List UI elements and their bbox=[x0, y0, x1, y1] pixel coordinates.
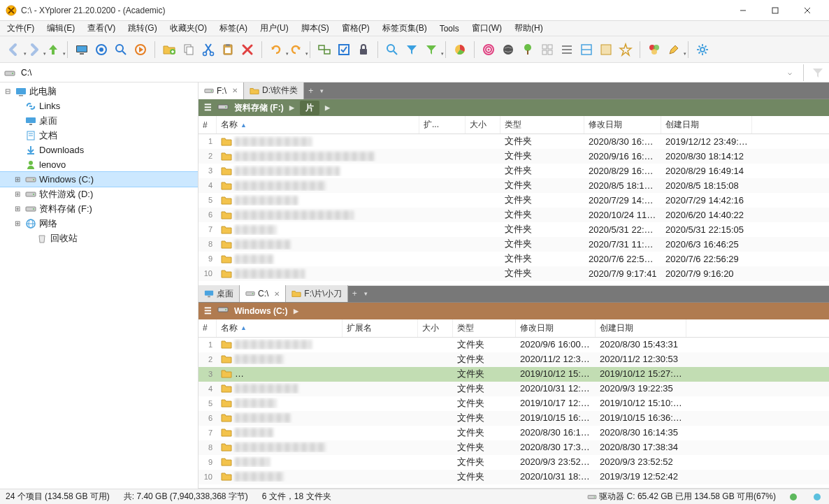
list-item[interactable]: 2文件夹2020/9/16 16:13:592020/8/30 18:14:12 bbox=[199, 149, 829, 164]
tree-item[interactable]: ⊞资料存储 (F:) bbox=[0, 201, 198, 216]
menu-item[interactable]: 帮助(H) bbox=[512, 21, 546, 36]
maximize-button[interactable] bbox=[759, 0, 791, 21]
bottom-breadcrumb[interactable]: ☰ Windows (C:) ▶ bbox=[199, 303, 829, 319]
toggle-tabs-icon[interactable] bbox=[316, 41, 333, 58]
delete-button[interactable] bbox=[239, 41, 256, 58]
lock-icon[interactable] bbox=[355, 41, 372, 58]
nav-forward-button[interactable]: ▾ bbox=[25, 41, 42, 58]
spiral-icon[interactable] bbox=[480, 41, 497, 58]
menu-item[interactable]: 查看(V) bbox=[85, 21, 118, 36]
target-icon[interactable] bbox=[93, 41, 110, 58]
find-file-icon[interactable] bbox=[384, 41, 401, 58]
filter-icon[interactable] bbox=[403, 41, 420, 58]
check-box-icon[interactable] bbox=[336, 41, 352, 58]
list-item[interactable]: 3文件夹2019/10/12 15:27:402019/10/12 15:27:… bbox=[199, 367, 829, 382]
list-item[interactable]: 8文件夹2020/8/30 17:38:342020/8/30 17:38:34 bbox=[199, 440, 829, 455]
pane-tab[interactable]: C:\✕ bbox=[240, 285, 286, 302]
nav-back-button[interactable]: ▾ bbox=[6, 41, 22, 58]
pane-tab[interactable]: 桌面 bbox=[199, 285, 240, 302]
list-item[interactable]: 5文件夹2020/7/29 14:42:252020/7/29 14:42:16 bbox=[199, 193, 829, 208]
filter-color-icon[interactable]: ▾ bbox=[423, 41, 440, 58]
list-item[interactable]: 9文件夹2020/7/6 22:57:122020/7/6 22:56:29 bbox=[199, 252, 829, 266]
address-filter-icon[interactable] bbox=[811, 66, 825, 80]
crumb-next[interactable]: 片 bbox=[300, 101, 319, 115]
list-item[interactable]: 7文件夹2020/5/31 22:15:052020/5/31 22:15:05 bbox=[199, 222, 829, 237]
tree-item[interactable]: ⊞软件游戏 (D:) bbox=[0, 187, 198, 201]
menu-item[interactable]: 标签(A) bbox=[217, 21, 250, 36]
menu-item[interactable]: 窗口(W) bbox=[469, 21, 505, 36]
folder-tree[interactable]: ⊟ 此电脑 Links桌面文档Downloadslenovo⊞Windows (… bbox=[0, 82, 199, 489]
chevron-right-icon[interactable]: ▶ bbox=[325, 104, 330, 111]
list-item[interactable]: 4文件夹2020/10/31 12:20:252020/9/3 19:22:35 bbox=[199, 382, 829, 396]
list-item[interactable]: 9文件夹2020/9/3 23:52:522020/9/3 23:52:52 bbox=[199, 455, 829, 470]
menu-item[interactable]: 文件(F) bbox=[4, 21, 37, 36]
list-item[interactable]: 1文件夹2020/9/6 16:00:162020/8/30 15:43:31 bbox=[199, 338, 829, 352]
brush-icon[interactable]: ▾ bbox=[665, 41, 682, 58]
globe-dark-icon[interactable] bbox=[500, 41, 517, 58]
col-created[interactable]: 创建日期 bbox=[661, 116, 752, 134]
list-item[interactable]: 3文件夹2020/8/29 16:49:142020/8/29 16:49:14 bbox=[199, 164, 829, 178]
chevron-right-icon[interactable]: ▶ bbox=[294, 308, 298, 315]
col-name[interactable]: 名称▲ bbox=[217, 319, 343, 337]
bottom-column-header[interactable]: # 名称▲ 扩展名 大小 类型 修改日期 创建日期 bbox=[199, 319, 829, 338]
list-item[interactable]: 6文件夹2020/10/24 11:27:472020/6/20 14:40:2… bbox=[199, 208, 829, 222]
col-number[interactable]: # bbox=[199, 319, 217, 337]
tab-dropdown[interactable]: ▾ bbox=[361, 290, 370, 297]
list-item[interactable]: 2文件夹2020/11/2 12:30:532020/11/2 12:30:53 bbox=[199, 352, 829, 367]
tree-item[interactable]: ⊞Windows (C:) bbox=[0, 172, 198, 187]
menu-item[interactable]: 脚本(S) bbox=[298, 21, 332, 36]
cut-button[interactable] bbox=[200, 41, 217, 58]
top-column-header[interactable]: # 名称▲ 扩... 大小 类型 修改日期 创建日期 bbox=[199, 116, 829, 134]
tab-add-button[interactable]: + bbox=[348, 289, 361, 298]
hamburger-icon[interactable]: ☰ bbox=[204, 103, 212, 113]
col-size[interactable]: 大小 bbox=[418, 319, 453, 337]
monitor-icon[interactable] bbox=[73, 41, 90, 58]
undo-button[interactable]: ▾ bbox=[268, 41, 284, 58]
col-name[interactable]: 名称▲ bbox=[217, 116, 419, 134]
pane-tab[interactable]: F:\片\小刀 bbox=[286, 285, 347, 302]
pie-chart-icon[interactable] bbox=[452, 41, 468, 58]
expander-icon[interactable]: ⊞ bbox=[13, 190, 22, 198]
split-view-icon[interactable] bbox=[578, 41, 595, 58]
expander-icon[interactable]: ⊞ bbox=[13, 219, 22, 227]
list-item[interactable]: 6文件夹2019/10/15 16:36:242019/10/15 16:36:… bbox=[199, 411, 829, 426]
col-type[interactable]: 类型 bbox=[500, 116, 584, 134]
paste-button[interactable] bbox=[219, 41, 236, 58]
menu-item[interactable]: 收藏夹(O) bbox=[167, 21, 210, 36]
list-item[interactable]: 7文件夹2020/8/30 16:14:352020/8/30 16:14:35 bbox=[199, 426, 829, 440]
tree-item[interactable]: ⊞网络 bbox=[0, 216, 198, 231]
top-breadcrumb[interactable]: ☰ 资料存储 (F:) ▶ 片 ▶ bbox=[199, 99, 829, 116]
pane-tab[interactable]: D:\软件类 bbox=[244, 82, 304, 99]
menu-item[interactable]: 编辑(E) bbox=[44, 21, 78, 36]
list-item[interactable]: 1文件夹2020/8/30 16:01:112019/12/12 23:49:0… bbox=[199, 134, 829, 149]
expander-icon[interactable]: ⊞ bbox=[13, 175, 22, 183]
col-modified[interactable]: 修改日期 bbox=[584, 116, 661, 134]
list-item[interactable]: 5文件夹2019/10/17 12:10:292019/10/12 15:10:… bbox=[199, 396, 829, 411]
col-type[interactable]: 类型 bbox=[453, 319, 516, 337]
tree-item[interactable]: Downloads bbox=[0, 143, 198, 157]
list-item[interactable]: 4文件夹2020/8/5 18:15:492020/8/5 18:15:08 bbox=[199, 178, 829, 193]
expander-icon[interactable]: ⊞ bbox=[13, 205, 22, 213]
list-item[interactable]: 10文件夹2020/7/9 9:17:412020/7/9 9:16:20 bbox=[199, 266, 829, 281]
pane-tab[interactable]: F:\✕ bbox=[199, 82, 244, 99]
copy-button[interactable] bbox=[180, 41, 197, 58]
menu-item[interactable]: 窗格(P) bbox=[339, 21, 373, 36]
tab-dropdown[interactable]: ▾ bbox=[317, 87, 326, 94]
bottom-file-list[interactable]: 1文件夹2020/9/6 16:00:162020/8/30 15:43:312… bbox=[199, 338, 829, 489]
new-folder-button[interactable] bbox=[161, 41, 178, 58]
tab-close-icon[interactable]: ✕ bbox=[232, 87, 238, 94]
col-number[interactable]: # bbox=[199, 116, 217, 134]
chevron-right-icon[interactable]: ▶ bbox=[289, 104, 294, 111]
search-icon[interactable] bbox=[113, 41, 129, 58]
grid-icon[interactable] bbox=[539, 41, 556, 58]
col-modified[interactable]: 修改日期 bbox=[516, 319, 596, 337]
close-button[interactable] bbox=[791, 0, 823, 21]
menu-item[interactable]: 标签页集(B) bbox=[380, 21, 430, 36]
tab-add-button[interactable]: + bbox=[304, 86, 317, 96]
tree-item[interactable]: Links bbox=[0, 99, 198, 113]
col-ext[interactable]: 扩... bbox=[419, 116, 466, 134]
list-item[interactable]: 8文件夹2020/7/31 11:07:112020/6/3 16:46:25 bbox=[199, 237, 829, 252]
target-play-icon[interactable] bbox=[132, 41, 149, 58]
panel-icon[interactable] bbox=[598, 41, 614, 58]
top-file-list[interactable]: 1文件夹2020/8/30 16:01:112019/12/12 23:49:0… bbox=[199, 134, 829, 285]
